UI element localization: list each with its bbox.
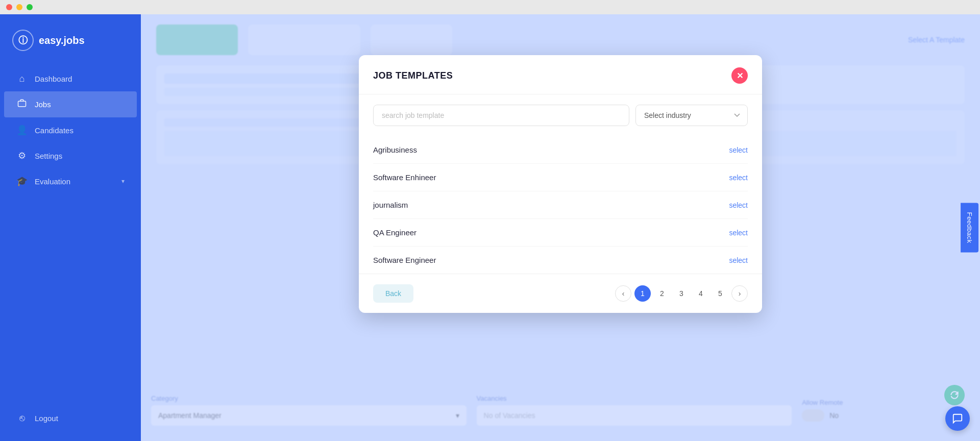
sidebar-label-settings: Settings [35, 152, 62, 160]
template-item-qa-engineer: QA Engineer select [373, 219, 748, 247]
job-templates-modal: JOB TEMPLATES ✕ Select industry Agribusi… [359, 55, 762, 313]
sidebar-item-settings[interactable]: ⚙ Settings [4, 143, 137, 168]
sidebar-item-candidates[interactable]: 👤 Candidates [4, 117, 137, 143]
template-name: QA Engineer [373, 228, 416, 237]
main-content: Select A Template Category Apartment Man… [141, 14, 980, 441]
modal-title: JOB TEMPLATES [373, 70, 453, 81]
template-select-software-enhineer[interactable]: select [729, 174, 748, 182]
back-button[interactable]: Back [373, 284, 413, 303]
template-item-agribusiness: Agribusiness select [373, 136, 748, 164]
modal-footer: Back ‹ 1 2 3 4 5 › [359, 274, 762, 313]
pagination-page-5[interactable]: 5 [712, 285, 728, 302]
template-item-software-enhineer: Software Enhineer select [373, 164, 748, 191]
evaluation-icon: 🎓 [16, 176, 28, 187]
template-select-software-engineer[interactable]: select [729, 256, 748, 264]
search-job-template-input[interactable] [373, 105, 629, 126]
sidebar-label-logout: Logout [35, 414, 58, 423]
modal-header: JOB TEMPLATES ✕ [359, 55, 762, 94]
sidebar-bottom: ⎋ Logout [0, 406, 141, 441]
template-select-qa-engineer[interactable]: select [729, 229, 748, 237]
pagination-page-3[interactable]: 3 [673, 285, 690, 302]
sidebar-label-evaluation: Evaluation [35, 177, 70, 186]
sidebar-label-jobs: Jobs [35, 100, 51, 109]
sidebar-logo: ⓘ easy.jobs [0, 24, 141, 66]
settings-icon: ⚙ [16, 150, 28, 161]
sidebar-item-dashboard[interactable]: ⌂ Dashboard [4, 66, 137, 91]
sidebar-label-dashboard: Dashboard [35, 75, 72, 83]
minimize-button[interactable] [16, 4, 22, 10]
pagination-page-4[interactable]: 4 [693, 285, 709, 302]
logo-icon: ⓘ [12, 30, 34, 51]
logout-icon: ⎋ [16, 413, 28, 424]
sidebar-label-candidates: Candidates [35, 126, 74, 135]
candidates-icon: 👤 [16, 125, 28, 136]
evaluation-chevron: ▾ [121, 178, 125, 185]
template-list: Agribusiness select Software Enhineer se… [359, 136, 762, 274]
modal-close-button[interactable]: ✕ [731, 67, 748, 84]
svg-rect-0 [18, 101, 26, 107]
pagination-page-1[interactable]: 1 [634, 285, 651, 302]
template-name: Agribusiness [373, 145, 417, 154]
modal-search-row: Select industry [359, 94, 762, 136]
sidebar-item-logout[interactable]: ⎋ Logout [4, 406, 137, 431]
pagination-page-2[interactable]: 2 [654, 285, 670, 302]
template-name: journalism [373, 201, 408, 209]
template-name: Software Enhineer [373, 173, 436, 182]
template-item-software-engineer: Software Engineer select [373, 247, 748, 274]
close-button[interactable] [6, 4, 12, 10]
industry-select[interactable]: Select industry [635, 105, 748, 126]
template-select-journalism[interactable]: select [729, 201, 748, 209]
home-icon: ⌂ [16, 74, 28, 84]
pagination: ‹ 1 2 3 4 5 › [615, 285, 748, 302]
template-item-journalism: journalism select [373, 191, 748, 219]
template-name: Software Engineer [373, 256, 436, 264]
titlebar [0, 0, 980, 14]
sidebar-item-evaluation[interactable]: 🎓 Evaluation ▾ [4, 168, 137, 194]
logo-text: easy.jobs [39, 35, 85, 46]
maximize-button[interactable] [27, 4, 33, 10]
template-select-agribusiness[interactable]: select [729, 146, 748, 154]
chat-bubble-button[interactable] [945, 406, 970, 431]
sidebar-item-jobs[interactable]: Jobs [4, 91, 137, 117]
pagination-next[interactable]: › [731, 285, 748, 302]
jobs-icon [16, 99, 28, 110]
sidebar: ⓘ easy.jobs ⌂ Dashboard Jobs 👤 Candidate… [0, 14, 141, 441]
pagination-prev[interactable]: ‹ [615, 285, 631, 302]
feedback-tab[interactable]: Feedback [961, 203, 978, 252]
